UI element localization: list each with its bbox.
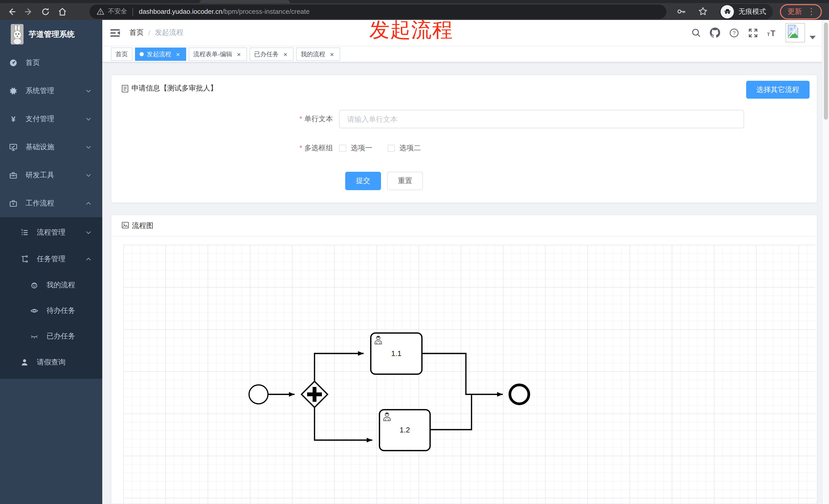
url-path: /bpm/process-instance/create — [222, 8, 310, 15]
security-label: 不安全 — [108, 7, 127, 16]
sidebar-item-label: 系统管理 — [26, 86, 54, 95]
tag-done-tasks[interactable]: 已办任务 × — [250, 47, 294, 61]
logo-avatar — [11, 24, 24, 44]
page-scrollbar[interactable] — [822, 20, 829, 504]
diagram-card-header: 流程图 — [111, 215, 817, 237]
sidebar-collapse-icon[interactable] — [102, 20, 128, 45]
chevron-up-icon — [86, 201, 91, 206]
briefcase-icon — [9, 199, 17, 207]
reload-icon[interactable] — [39, 5, 52, 18]
breadcrumb-home[interactable]: 首页 — [130, 28, 144, 37]
tag-create-process[interactable]: 发起流程 × — [135, 47, 186, 61]
tag-home[interactable]: 首页 — [111, 47, 133, 61]
user-icon — [21, 358, 29, 366]
required-mark: * — [299, 144, 302, 152]
tag-my-process[interactable]: 我的流程 × — [296, 47, 340, 61]
select-other-process-button[interactable]: 选择其它流程 — [746, 81, 809, 99]
user-task-1[interactable]: 1.1 — [371, 333, 422, 374]
home-icon[interactable] — [56, 5, 69, 18]
eye-closed-icon — [30, 332, 38, 341]
checkbox-option-2[interactable]: 选项二 — [388, 144, 421, 153]
password-key-icon[interactable] — [675, 5, 688, 18]
bookmark-star-icon[interactable] — [696, 5, 709, 18]
font-size-icon[interactable]: TT — [767, 28, 777, 38]
submit-button[interactable]: 提交 — [345, 172, 381, 190]
flow-gateway-to-task2 — [315, 408, 372, 440]
required-mark: * — [299, 115, 302, 123]
field-label: *单行文本 — [122, 115, 339, 124]
sidebar-item-done-tasks[interactable]: 已办任务 — [0, 323, 102, 349]
end-event[interactable] — [510, 385, 529, 404]
start-event[interactable] — [249, 385, 268, 404]
browser-tabstrip — [0, 0, 829, 3]
user-task-2[interactable]: 1.2 — [380, 410, 430, 451]
sidebar-item-my-process[interactable]: 我的流程 — [0, 272, 102, 298]
navbar: 首页 / 发起流程 ? — [102, 20, 829, 45]
flow-task2-to-end — [430, 395, 471, 430]
sidebar-item-system[interactable]: 系统管理 — [0, 77, 102, 105]
sidebar-item-leave-query[interactable]: 请假查询 — [0, 349, 102, 376]
avatar-caret-icon[interactable] — [809, 36, 816, 39]
close-icon[interactable]: × — [282, 51, 289, 57]
sidebar-item-process-mgmt[interactable]: 流程管理 — [0, 219, 102, 246]
fullscreen-icon[interactable] — [748, 28, 758, 38]
parallel-gateway[interactable] — [301, 381, 328, 408]
browser-tab[interactable] — [200, 0, 290, 3]
incognito-icon — [721, 5, 734, 18]
text-field-row: *单行文本 — [122, 110, 806, 128]
scrollbar-thumb[interactable] — [824, 23, 828, 120]
checkbox-label: 选项二 — [399, 144, 421, 153]
help-icon[interactable]: ? — [729, 28, 739, 38]
sidebar-item-workflow[interactable]: 工作流程 — [0, 189, 102, 217]
sidebar-item-home[interactable]: 首页 — [0, 48, 102, 77]
checkbox-icon[interactable] — [388, 145, 395, 152]
task-label: 1.1 — [391, 349, 401, 357]
yen-icon: ¥ — [9, 115, 17, 123]
sidebar-item-label: 工作流程 — [26, 199, 54, 208]
brand: 芋道管理系统 — [0, 20, 102, 48]
close-icon[interactable]: × — [328, 51, 335, 57]
tag-label: 首页 — [116, 50, 128, 59]
sidebar-item-infra[interactable]: 基础设施 — [0, 133, 102, 161]
close-icon[interactable]: × — [235, 51, 243, 57]
page-content: 申请信息【测试多审批人】 选择其它流程 *单行文本 *多选框组 选项一 — [102, 62, 829, 504]
sidebar-item-payment[interactable]: ¥ 支付管理 — [0, 105, 102, 133]
browser-menu-icon[interactable]: ⋮ — [807, 6, 816, 17]
search-icon[interactable] — [691, 28, 701, 38]
svg-text:T: T — [767, 32, 770, 37]
single-line-text-input[interactable] — [339, 110, 744, 128]
github-icon[interactable] — [710, 28, 720, 38]
sidebar-item-todo-tasks[interactable]: 待办任务 — [0, 298, 102, 323]
sidebar-item-label: 首页 — [26, 58, 40, 67]
avatar[interactable] — [786, 23, 805, 42]
sidebar-item-task-mgmt[interactable]: 任务管理 — [0, 246, 102, 272]
tag-form-edit[interactable]: 流程表单-编辑 × — [189, 47, 247, 61]
dashboard-icon — [9, 59, 17, 67]
bpmn-diagram: 1.1 1.2 — [123, 245, 815, 504]
checkbox-option-1[interactable]: 选项一 — [339, 144, 372, 153]
checkbox-icon[interactable] — [339, 145, 346, 152]
monitor-icon — [9, 143, 17, 151]
back-icon[interactable] — [5, 5, 19, 18]
brand-title: 芋道管理系统 — [29, 29, 75, 39]
face-icon — [30, 281, 38, 289]
forward-icon[interactable] — [22, 5, 35, 18]
browser-update-button[interactable]: 更新 ⋮ — [780, 4, 822, 19]
eye-open-icon — [30, 307, 38, 315]
chevron-down-icon — [86, 230, 91, 235]
sidebar-item-devtools[interactable]: 研发工具 — [0, 161, 102, 189]
user-menu[interactable] — [786, 23, 816, 42]
task-mgmt-submenu: 我的流程 待办任务 已办任务 — [0, 272, 102, 349]
workflow-submenu: 流程管理 任务管理 — [0, 217, 102, 379]
close-icon[interactable]: × — [174, 51, 182, 57]
url-host: dashboard.yudao.iocoder.cn — [139, 8, 222, 15]
sidebar-item-label: 流程管理 — [37, 228, 66, 237]
breadcrumb-current: 发起流程 — [155, 28, 184, 37]
bpmn-canvas[interactable]: 1.1 1.2 — [123, 245, 815, 504]
incognito-badge: 无痕模式 — [720, 4, 773, 19]
browser-actions: 无痕模式 更新 ⋮ — [675, 4, 824, 19]
toolbox-icon — [9, 171, 17, 179]
apply-info-card: 申请信息【测试多审批人】 选择其它流程 *单行文本 *多选框组 选项一 — [111, 75, 817, 203]
screen: 不安全 dashboard.yudao.iocoder.cn/bpm/proce… — [0, 0, 829, 504]
reset-button[interactable]: 重置 — [387, 172, 423, 190]
